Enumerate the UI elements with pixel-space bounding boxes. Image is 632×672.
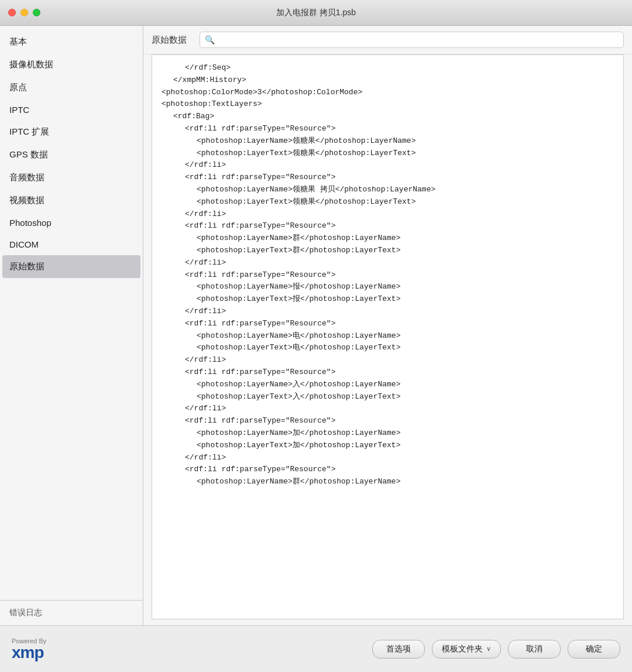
window-title: 加入电报群 拷贝1.psb <box>276 8 356 18</box>
xml-line: <rdf:li rdf:parseType="Resource"> <box>162 220 614 232</box>
sidebar-item-audio[interactable]: 音频数据 <box>0 166 143 189</box>
xml-line: <rdf:li rdf:parseType="Resource"> <box>162 123 614 135</box>
template-folder-button[interactable]: 模板文件夹 ∨ <box>432 640 501 659</box>
xml-line: </rdf:li> <box>162 452 614 464</box>
right-panel: 原始数据 🔍 </rdf:Seq></xmpMM:History><photos… <box>143 26 632 625</box>
sidebar-item-iptc[interactable]: IPTC <box>0 99 143 121</box>
sidebar-item-iptc-ext[interactable]: IPTC 扩展 <box>0 121 143 143</box>
confirm-button[interactable]: 确定 <box>568 640 620 659</box>
xml-line: <photoshop:LayerName>加</photoshop:LayerN… <box>162 427 614 440</box>
xml-line: <photoshop:LayerText>领糖果</photoshop:Laye… <box>162 148 614 160</box>
sidebar-item-video[interactable]: 视频数据 <box>0 189 143 212</box>
xml-line: <photoshop:LayerName>电</photoshop:LayerN… <box>162 330 614 342</box>
xml-line: <photoshop:TextLayers> <box>162 98 614 111</box>
xml-line: </rdf:li> <box>162 403 614 415</box>
sidebar-spacer <box>0 278 143 600</box>
xml-line: <photoshop:LayerText>报</photoshop:LayerT… <box>162 293 614 306</box>
xml-line: <photoshop:LayerName>领糖果</photoshop:Laye… <box>162 135 614 148</box>
xml-line: <rdf:li rdf:parseType="Resource"> <box>162 366 614 379</box>
xml-line: <photoshop:LayerText>入</photoshop:LayerT… <box>162 391 614 403</box>
close-button[interactable] <box>8 9 16 16</box>
xml-line: <photoshop:LayerText>领糖果</photoshop:Laye… <box>162 196 614 208</box>
sidebar-item-dicom[interactable]: DICOM <box>0 234 143 255</box>
xmp-brand-logo: xmp <box>12 644 44 661</box>
bottom-buttons: 首选项 模板文件夹 ∨ 取消 确定 <box>372 640 620 659</box>
xml-line: <rdf:li rdf:parseType="Resource"> <box>162 318 614 330</box>
xml-line: </rdf:Seq> <box>162 62 614 74</box>
right-panel-title: 原始数据 <box>152 35 193 46</box>
sidebar-item-basic[interactable]: 基本 <box>0 30 143 53</box>
preferences-button[interactable]: 首选项 <box>372 640 425 659</box>
xml-line: </rdf:li> <box>162 159 614 172</box>
xml-line: </xmpMM:History> <box>162 74 614 87</box>
xml-line: <rdf:li rdf:parseType="Resource"> <box>162 464 614 476</box>
minimize-button[interactable] <box>20 9 28 16</box>
xml-line: <photoshop:LayerText>电</photoshop:LayerT… <box>162 342 614 354</box>
xml-line: </rdf:li> <box>162 306 614 318</box>
xml-line: <photoshop:ColorMode>3</photoshop:ColorM… <box>162 87 614 99</box>
sidebar-item-origin[interactable]: 原点 <box>0 76 143 99</box>
template-folder-label: 模板文件夹 <box>442 644 483 654</box>
xml-line: <rdf:li rdf:parseType="Resource"> <box>162 415 614 427</box>
sidebar-item-camera[interactable]: 摄像机数据 <box>0 53 143 76</box>
xml-content-area[interactable]: </rdf:Seq></xmpMM:History><photoshop:Col… <box>152 54 624 619</box>
xml-line: </rdf:li> <box>162 257 614 269</box>
right-header: 原始数据 🔍 <box>143 26 632 54</box>
sidebar-item-gps[interactable]: GPS 数据 <box>0 143 143 166</box>
xml-line: <photoshop:LayerText>加</photoshop:LayerT… <box>162 440 614 452</box>
xmp-logo: Powered By xmp <box>12 637 46 661</box>
xml-line: <photoshop:LayerName>入</photoshop:LayerN… <box>162 379 614 391</box>
search-icon: 🔍 <box>205 35 215 44</box>
xml-line: <rdf:li rdf:parseType="Resource"> <box>162 269 614 282</box>
xml-line: <rdf:Bag> <box>162 111 614 123</box>
maximize-button[interactable] <box>33 9 40 16</box>
xml-line: <photoshop:LayerText>群</photoshop:LayerT… <box>162 245 614 257</box>
sidebar-item-raw[interactable]: 原始数据 <box>2 255 140 278</box>
main-container: 基本 摄像机数据 原点 IPTC IPTC 扩展 GPS 数据 音频数据 视频数… <box>0 26 632 625</box>
title-bar: 加入电报群 拷贝1.psb <box>0 0 632 26</box>
xml-line: <photoshop:LayerName>领糖果 拷贝</photoshop:L… <box>162 184 614 196</box>
xml-line: </rdf:li> <box>162 354 614 366</box>
bottom-bar: Powered By xmp 首选项 模板文件夹 ∨ 取消 确定 <box>0 625 632 672</box>
xml-line: </rdf:li> <box>162 208 614 221</box>
search-box[interactable]: 🔍 <box>200 32 624 48</box>
xml-line: <photoshop:LayerName>群</photoshop:LayerN… <box>162 476 614 488</box>
window-controls <box>8 9 40 16</box>
xml-line: <photoshop:LayerName>报</photoshop:LayerN… <box>162 281 614 293</box>
chevron-down-icon: ∨ <box>486 645 491 653</box>
sidebar: 基本 摄像机数据 原点 IPTC IPTC 扩展 GPS 数据 音频数据 视频数… <box>0 26 143 625</box>
search-input[interactable] <box>218 36 619 44</box>
xml-line: <rdf:li rdf:parseType="Resource"> <box>162 172 614 184</box>
sidebar-error-log[interactable]: 错误日志 <box>0 600 143 625</box>
xml-line: <photoshop:LayerName>群</photoshop:LayerN… <box>162 232 614 245</box>
sidebar-item-photoshop[interactable]: Photoshop <box>0 212 143 234</box>
cancel-button[interactable]: 取消 <box>508 640 561 659</box>
